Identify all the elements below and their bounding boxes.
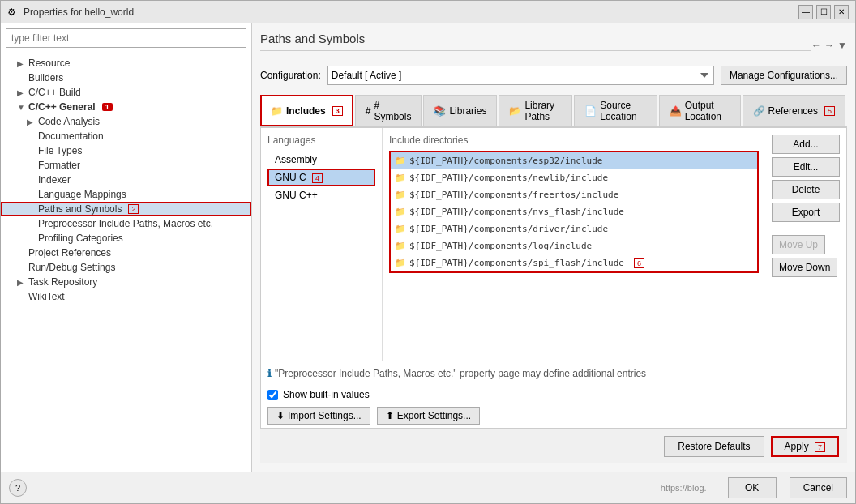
expand-icon: ▶ bbox=[17, 278, 25, 287]
tree-item-paths-and-symbols[interactable]: Paths and Symbols 2 bbox=[1, 202, 251, 216]
manage-configurations-button[interactable]: Manage Configurations... bbox=[721, 66, 847, 85]
include-icon: 📁 bbox=[395, 190, 406, 200]
search-box bbox=[6, 28, 246, 48]
tree-item-documentation[interactable]: Documentation bbox=[1, 129, 251, 143]
tree-item-cpp-build[interactable]: ▶ C/C++ Build bbox=[1, 85, 251, 100]
minimize-button[interactable]: — bbox=[798, 5, 813, 19]
tab-libraries[interactable]: 📚 Libraries bbox=[423, 95, 497, 126]
tab-label-includes: Includes bbox=[286, 105, 326, 117]
panel-title: Paths and Symbols bbox=[260, 32, 811, 51]
tab-icon-libraries: 📚 bbox=[434, 105, 446, 117]
show-built-in-label: Show built-in values bbox=[283, 389, 370, 400]
lang-item-gnu-cpp[interactable]: GNU C++ bbox=[268, 186, 375, 204]
tree-item-preprocessor[interactable]: Preprocessor Include Paths, Macros etc. bbox=[1, 216, 251, 231]
move-down-button[interactable]: Move Down bbox=[772, 258, 837, 277]
tab-icon-library-paths: 📂 bbox=[509, 105, 521, 117]
include-path-5: ${IDF_PATH}/components/log/include bbox=[409, 241, 592, 251]
tab-content-area: Languages Assembly GNU C 4 GNU C++ bbox=[260, 127, 847, 429]
config-select[interactable]: Default [ Active ] bbox=[327, 66, 714, 85]
include-item-5[interactable]: 📁 ${IDF_PATH}/components/log/include bbox=[391, 237, 757, 254]
tab-references[interactable]: 🔗 References 5 bbox=[743, 95, 845, 126]
tree-item-indexer[interactable]: Indexer bbox=[1, 173, 251, 187]
bottom-right: https://blog. OK Cancel bbox=[33, 477, 847, 498]
tree-item-resource[interactable]: ▶ Resource bbox=[1, 56, 251, 70]
include-item-3[interactable]: 📁 ${IDF_PATH}/components/nvs_flash/inclu… bbox=[391, 203, 757, 220]
tree-item-label: Formatter bbox=[38, 160, 80, 171]
tree-item-label: Paths and Symbols bbox=[38, 203, 122, 215]
tree-item-formatter[interactable]: Formatter bbox=[1, 158, 251, 173]
lang-assembly-label: Assembly bbox=[275, 154, 317, 165]
tree-item-project-refs[interactable]: Project References bbox=[1, 246, 251, 260]
tabs-bar: 📁 Includes 3 # # Symbols 📚 Libraries 📂 L… bbox=[260, 95, 847, 127]
badge-1: 1 bbox=[102, 103, 113, 111]
import-icon: ⬇ bbox=[276, 410, 285, 421]
tree-item-cpp-general[interactable]: ▼ C/C++ General 1 bbox=[1, 100, 251, 114]
tab-source-location[interactable]: 📄 Source Location bbox=[574, 95, 657, 126]
restore-defaults-button[interactable]: Restore Defaults bbox=[664, 436, 764, 457]
tab-includes[interactable]: 📁 Includes 3 bbox=[260, 95, 353, 126]
badge-7: 7 bbox=[815, 442, 825, 452]
includes-list: 📁 ${IDF_PATH}/components/esp32/include 📁… bbox=[389, 151, 759, 273]
main-content: ▶ Resource Builders ▶ C/C++ Build ▼ C/C+… bbox=[1, 23, 855, 472]
back-arrow[interactable]: ← bbox=[811, 40, 821, 51]
tree-item-code-analysis[interactable]: ▶ Code Analysis bbox=[1, 114, 251, 129]
window-controls: — ☐ ✕ bbox=[798, 5, 849, 19]
tab-label-libraries: Libraries bbox=[449, 105, 486, 117]
tab-symbols[interactable]: # # Symbols bbox=[355, 95, 422, 126]
tab-label-library-paths: Library Paths bbox=[524, 100, 562, 122]
move-buttons-group: Move Up Move Down bbox=[772, 235, 840, 277]
help-button[interactable]: ? bbox=[9, 479, 27, 497]
forward-arrow[interactable]: → bbox=[824, 40, 834, 51]
include-item-2[interactable]: 📁 ${IDF_PATH}/components/freertos/includ… bbox=[391, 186, 757, 203]
tree-item-builders[interactable]: Builders bbox=[1, 70, 251, 85]
add-button[interactable]: Add... bbox=[772, 135, 840, 154]
export-button[interactable]: Export bbox=[772, 203, 840, 222]
include-item-4[interactable]: 📁 ${IDF_PATH}/components/driver/include bbox=[391, 220, 757, 237]
title-bar: ⚙ Properties for hello_world — ☐ ✕ bbox=[1, 1, 855, 23]
tree-item-label: Project References bbox=[28, 247, 111, 258]
import-settings-button[interactable]: ⬇ Import Settings... bbox=[268, 407, 370, 425]
tree-item-language-mappings[interactable]: Language Mappings bbox=[1, 187, 251, 202]
delete-button[interactable]: Delete bbox=[772, 180, 840, 199]
expand-icon: ▶ bbox=[27, 117, 35, 126]
tree-item-label: C/C++ Build bbox=[28, 87, 81, 98]
lang-item-assembly[interactable]: Assembly bbox=[268, 151, 375, 169]
tab-icon-source: 📄 bbox=[584, 105, 597, 117]
apply-button[interactable]: Apply 7 bbox=[771, 436, 839, 457]
tree-item-wikitext[interactable]: WikiText bbox=[1, 289, 251, 304]
badge-3: 3 bbox=[332, 106, 343, 116]
import-export-row: ⬇ Import Settings... ⬆ Export Settings..… bbox=[261, 404, 846, 428]
move-up-button[interactable]: Move Up bbox=[772, 235, 825, 254]
include-path-2: ${IDF_PATH}/components/freertos/include bbox=[409, 190, 618, 200]
maximize-button[interactable]: ☐ bbox=[816, 5, 831, 19]
include-item-6[interactable]: 📁 ${IDF_PATH}/components/spi_flash/inclu… bbox=[391, 254, 757, 271]
ok-button[interactable]: OK bbox=[728, 477, 777, 498]
tab-library-paths[interactable]: 📂 Library Paths bbox=[499, 95, 572, 126]
include-item-1[interactable]: 📁 ${IDF_PATH}/components/newlib/include bbox=[391, 169, 757, 186]
close-button[interactable]: ✕ bbox=[834, 5, 849, 19]
include-icon: 📁 bbox=[395, 224, 406, 234]
tab-output-location[interactable]: 📤 Output Location bbox=[659, 95, 741, 126]
expand-icon: ▶ bbox=[17, 59, 25, 68]
tree-item-file-types[interactable]: File Types bbox=[1, 143, 251, 158]
config-row: Configuration: Default [ Active ] Manage… bbox=[260, 66, 847, 85]
info-icon: ℹ bbox=[268, 368, 272, 379]
footer-note: ℹ "Preprocessor Include Paths, Macros et… bbox=[261, 361, 846, 386]
cancel-button[interactable]: Cancel bbox=[790, 477, 847, 498]
tree-item-label: Profiling Categories bbox=[38, 233, 123, 244]
lang-item-gnu-c[interactable]: GNU C 4 bbox=[268, 169, 375, 186]
export-settings-button[interactable]: ⬆ Export Settings... bbox=[377, 407, 480, 425]
footer-note-text: "Preprocessor Include Paths, Macros etc.… bbox=[275, 368, 646, 379]
include-item-0[interactable]: 📁 ${IDF_PATH}/components/esp32/include bbox=[391, 152, 757, 169]
tree-item-task-repo[interactable]: ▶ Task Repository bbox=[1, 275, 251, 289]
tab-label-source: Source Location bbox=[600, 100, 646, 122]
expand-icon: ▶ bbox=[17, 88, 25, 97]
show-built-in-checkbox[interactable] bbox=[268, 390, 278, 400]
edit-button[interactable]: Edit... bbox=[772, 157, 840, 177]
search-input[interactable] bbox=[6, 28, 246, 48]
dropdown-arrow[interactable]: ▼ bbox=[837, 40, 847, 51]
tree-item-run-debug[interactable]: Run/Debug Settings bbox=[1, 260, 251, 275]
tree-item-profiling[interactable]: Profiling Categories bbox=[1, 231, 251, 246]
import-label: Import Settings... bbox=[288, 410, 362, 421]
include-path-0: ${IDF_PATH}/components/esp32/include bbox=[409, 156, 602, 166]
